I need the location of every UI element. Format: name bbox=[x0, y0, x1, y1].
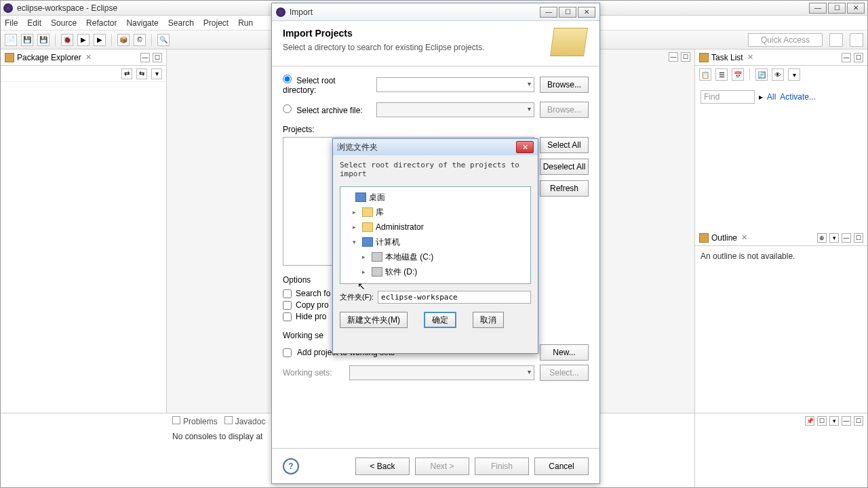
all-link[interactable]: All bbox=[767, 92, 776, 102]
import-minimize-button[interactable]: — bbox=[540, 7, 557, 18]
menu-edit[interactable]: Edit bbox=[27, 18, 41, 28]
outline-menu-icon[interactable]: ▾ bbox=[829, 233, 839, 243]
ok-button[interactable]: 确定 bbox=[424, 312, 456, 328]
link-editor-icon[interactable]: ⇆ bbox=[136, 68, 147, 79]
refresh-button[interactable]: Refresh bbox=[540, 180, 589, 197]
minimize-tasklist-icon[interactable]: — bbox=[842, 53, 851, 62]
import-folder-icon bbox=[550, 28, 588, 56]
editor-maximize-icon[interactable]: ☐ bbox=[681, 52, 690, 62]
javadoc-tab[interactable]: Javadoc bbox=[235, 417, 266, 426]
browse-cancel-button[interactable]: 取消 bbox=[473, 312, 504, 328]
debug-icon[interactable]: 🐞 bbox=[61, 34, 73, 46]
save-icon[interactable]: 💾 bbox=[21, 34, 33, 46]
help-icon[interactable]: ? bbox=[283, 458, 299, 474]
maximize-tasklist-icon[interactable]: ☐ bbox=[854, 53, 863, 62]
menu-project[interactable]: Project bbox=[203, 18, 229, 28]
tree-libraries[interactable]: ▸库 bbox=[340, 205, 530, 220]
tree-drive-c[interactable]: ▸本地磁盘 (C:) bbox=[340, 249, 530, 264]
browse-title: 浏览文件夹 bbox=[337, 142, 516, 153]
browse-folder-dialog: 浏览文件夹 ✕ Select root directory of the pro… bbox=[332, 138, 538, 354]
close-button[interactable]: ✕ bbox=[847, 3, 865, 14]
editor-minimize-icon[interactable]: — bbox=[669, 52, 678, 62]
problems-tab[interactable]: Problems bbox=[183, 417, 218, 426]
menu-file[interactable]: File bbox=[5, 18, 18, 28]
task-icon bbox=[699, 53, 709, 62]
java-perspective-icon[interactable] bbox=[850, 33, 863, 47]
tree-computer[interactable]: ▾计算机 bbox=[340, 235, 530, 249]
new-task-icon[interactable]: 📋 bbox=[699, 68, 711, 81]
archive-file-radio[interactable]: Select archive file: bbox=[283, 104, 371, 115]
display-console-icon[interactable]: ☐ bbox=[817, 416, 827, 426]
minimize-view-icon[interactable]: — bbox=[140, 53, 150, 62]
eclipse-icon bbox=[276, 7, 285, 17]
search-icon[interactable]: 🔍 bbox=[157, 34, 170, 46]
copy-projects-checkbox[interactable] bbox=[283, 301, 292, 310]
new-folder-button[interactable]: 新建文件夹(M) bbox=[340, 312, 408, 328]
menu-navigate[interactable]: Navigate bbox=[126, 18, 158, 28]
activate-link[interactable]: Activate... bbox=[780, 92, 816, 102]
pin-console-icon[interactable]: 📌 bbox=[805, 416, 814, 426]
outline-icon bbox=[699, 233, 709, 243]
browse-root-button[interactable]: Browse... bbox=[540, 77, 589, 93]
quick-access[interactable]: Quick Access bbox=[748, 33, 823, 47]
tree-administrator[interactable]: ▸Administrator bbox=[340, 220, 530, 235]
min-console-icon[interactable]: — bbox=[842, 416, 851, 426]
select-all-button[interactable]: Select All bbox=[540, 137, 589, 153]
root-directory-radio[interactable]: Select root directory: bbox=[283, 75, 371, 95]
menu-search[interactable]: Search bbox=[168, 18, 194, 28]
select-ws-button: Select... bbox=[540, 365, 589, 381]
categorize-icon[interactable]: ☰ bbox=[715, 68, 728, 81]
hide-icon[interactable]: 👁 bbox=[772, 68, 784, 81]
view-menu-icon[interactable]: ▾ bbox=[151, 68, 162, 79]
new-icon[interactable]: 📄 bbox=[5, 34, 17, 46]
ws-label: Working sets: bbox=[283, 368, 344, 378]
collapse-all-icon[interactable]: ⇄ bbox=[121, 68, 132, 79]
outline-focus-icon[interactable]: ⊕ bbox=[817, 233, 827, 243]
new-package-icon[interactable]: 📦 bbox=[117, 34, 130, 46]
run-icon[interactable]: ▶ bbox=[77, 34, 90, 46]
wizard-heading: Import Projects bbox=[283, 28, 552, 39]
cancel-button[interactable]: Cancel bbox=[534, 458, 589, 475]
menu-run[interactable]: Run bbox=[238, 18, 253, 28]
minimize-outline-icon[interactable]: — bbox=[842, 233, 851, 243]
package-explorer-view: Package Explorer ✕ — ☐ ⇄ ⇆ ▾ bbox=[1, 49, 167, 413]
folder-input[interactable] bbox=[378, 291, 531, 304]
import-maximize-button[interactable]: ☐ bbox=[559, 7, 576, 18]
synchronize-icon[interactable]: 🔄 bbox=[755, 68, 768, 81]
wizard-subheading: Select a directory to search for existin… bbox=[283, 43, 552, 52]
browse-close-button[interactable]: ✕ bbox=[516, 141, 534, 153]
minimize-button[interactable]: — bbox=[809, 3, 827, 14]
deselect-all-button[interactable]: Deselect All bbox=[540, 159, 589, 175]
open-console-icon[interactable]: ▾ bbox=[829, 416, 839, 426]
search-nested-checkbox[interactable] bbox=[283, 289, 292, 298]
tree-desktop[interactable]: 桌面 bbox=[340, 190, 530, 205]
maximize-view-icon[interactable]: ☐ bbox=[153, 53, 162, 62]
new-class-icon[interactable]: © bbox=[134, 34, 146, 46]
collapse-icon[interactable]: ▾ bbox=[788, 68, 800, 81]
menu-source[interactable]: Source bbox=[51, 18, 77, 28]
import-close-button[interactable]: ✕ bbox=[578, 7, 595, 18]
folder-tree[interactable]: 桌面 ▸库 ▸Administrator ▾计算机 ▸本地磁盘 (C:) ▸软件… bbox=[340, 186, 531, 284]
task-list-title: Task List bbox=[711, 53, 743, 62]
eclipse-icon bbox=[3, 3, 13, 13]
maximize-button[interactable]: ☐ bbox=[828, 3, 846, 14]
add-to-ws-checkbox[interactable] bbox=[283, 348, 292, 357]
coverage-icon[interactable]: ▶ bbox=[94, 34, 106, 46]
root-directory-combo[interactable] bbox=[376, 77, 534, 92]
finish-button: Finish bbox=[475, 458, 529, 475]
maximize-outline-icon[interactable]: ☐ bbox=[854, 233, 863, 243]
open-perspective-icon[interactable] bbox=[829, 33, 843, 47]
outline-title: Outline bbox=[711, 233, 737, 243]
new-ws-button[interactable]: New... bbox=[540, 344, 589, 361]
close-outline-icon[interactable]: ✕ bbox=[741, 233, 747, 242]
find-input[interactable]: Find bbox=[701, 90, 755, 104]
schedule-icon[interactable]: 📅 bbox=[732, 68, 744, 81]
tree-drive-d[interactable]: ▸软件 (D:) bbox=[340, 264, 530, 279]
save-all-icon[interactable]: 💾 bbox=[37, 34, 50, 46]
close-tasklist-icon[interactable]: ✕ bbox=[747, 53, 753, 62]
menu-refactor[interactable]: Refactor bbox=[86, 18, 117, 28]
back-button[interactable]: < Back bbox=[355, 458, 410, 475]
close-view-icon[interactable]: ✕ bbox=[85, 53, 92, 62]
hide-projects-checkbox[interactable] bbox=[283, 312, 292, 321]
max-console-icon[interactable]: ☐ bbox=[854, 416, 863, 426]
